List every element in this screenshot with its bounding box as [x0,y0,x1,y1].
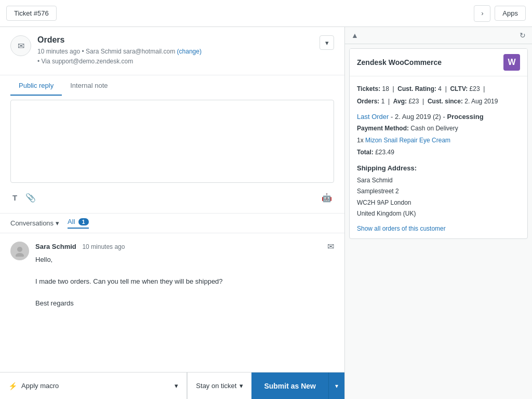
cust-since-value: 2. Aug 2019 [464,98,498,105]
all-tab-label: All [68,218,75,225]
avg-label: Avg: [393,98,407,105]
ticket-meta: 10 minutes ago • Sara Schmid sara@hotmai… [37,47,313,66]
message-header: Sara Schmid 10 minutes ago ✉ [35,242,334,251]
apps-button[interactable]: Apps [495,6,526,21]
stay-on-ticket-label: Stay on ticket [196,382,236,390]
ticket-change-link[interactable]: (change) [177,48,202,55]
stay-on-ticket-button[interactable]: Stay on ticket ▾ [187,373,251,399]
stay-on-ticket-chevron-icon: ▾ [240,382,243,390]
all-tab-badge: 1 [78,218,89,225]
tab-internal-note[interactable]: Internal note [62,75,116,96]
ticket-info: Orders 10 minutes ago • Sara Schmid sara… [37,35,313,66]
refresh-button[interactable]: ↻ [520,31,526,39]
svg-point-0 [17,247,22,252]
payment-method-value: Cash on Delivery [410,125,458,132]
all-tab[interactable]: All 1 [68,218,89,229]
last-order-separator: - [391,113,395,121]
cust-since-label: Cust. since: [428,98,463,105]
last-order-section: Last Order - 2. Aug 2019 (2) - Processin… [357,113,520,158]
ticket-author: Sara Schmid [86,48,122,55]
reply-toolbar: T 📎 🤖 [10,189,334,207]
ticket-separator1: • [82,48,86,55]
widget-body: Tickets: 18 | Cust. Rating: 4 | CLTV: £2… [350,76,527,238]
shipping-address: Sara Schmid Samplestreet 2 WC2H 9AP Lond… [357,175,520,220]
apply-macro-button[interactable]: ⚡ Apply macro ▾ [0,373,187,399]
shipping-section: Shipping Address: Sara Schmid Samplestre… [357,164,520,232]
message-author: Sara Schmid [35,243,76,250]
shipping-postcode-city: WC2H 9AP London [357,197,520,209]
orders-value: 1 [381,98,385,105]
widget-header: Zendesk WooCommerce W [350,49,527,76]
payment-method-label: Payment Method: [357,125,409,132]
macro-lightning-icon: ⚡ [8,382,17,390]
main-container: ✉ Orders 10 minutes ago • Sara Schmid sa… [0,27,532,399]
message-body: Hello, I made two orders. Can you tell m… [35,255,334,309]
shipping-address-label: Shipping Address: [357,164,520,172]
reply-area: Public reply Internal note T 📎 🤖 [0,75,344,214]
total-label: Total: [357,149,374,156]
orders-label: Orders: [357,98,379,105]
total-value: £23.49 [375,149,394,156]
message-line1: Hello, [35,255,334,265]
product-detail: 1x Mizon Snail Repair Eye Cream [357,136,520,145]
ticket-title: Orders [37,35,313,45]
product-name-link[interactable]: Mizon Snail Repair Eye Cream [365,137,450,144]
cltv-label: CLTV: [450,85,468,92]
tickets-label: Tickets: [357,85,380,92]
ticket-channel-icon: ✉ [10,35,31,56]
widget-logo: W [503,54,520,71]
message-list: Sara Schmid 10 minutes ago ✉ Hello, I ma… [0,233,344,372]
left-panel: ✉ Orders 10 minutes ago • Sara Schmid sa… [0,27,345,399]
message-author-time: Sara Schmid 10 minutes ago [35,243,125,250]
nav-forward-button[interactable]: › [474,5,490,22]
ticket-via: Via support@demo.zendesk.com [42,58,134,65]
ticket-time: 10 minutes ago [37,48,80,55]
svg-point-1 [16,253,24,257]
product-qty: 1x [357,137,364,144]
message-item: Sara Schmid 10 minutes ago ✉ Hello, I ma… [10,242,334,309]
last-order-link[interactable]: Last Order [357,113,389,121]
last-order-title: Last Order - 2. Aug 2019 (2) - Processin… [357,113,520,121]
apply-macro-label: Apply macro [21,382,59,390]
right-panel: ▲ ↻ Zendesk WooCommerce W Tickets: 18 | … [345,27,532,399]
cust-rating-value: 4 [438,85,442,92]
top-bar-right: › Apps [474,5,526,22]
message-content: Sara Schmid 10 minutes ago ✉ Hello, I ma… [35,242,334,309]
reply-toolbar-left: T 📎 [10,191,38,205]
right-panel-top: ▲ ↻ [345,27,532,44]
reply-editor[interactable] [10,100,334,183]
message-channel-icon: ✉ [327,242,334,251]
message-line2: I made two orders. Can you tell me when … [35,276,334,287]
show-all-orders-link[interactable]: Show all orders of this customer [357,225,520,232]
last-order-date: 2. Aug 2019 (2) [395,113,441,121]
submit-button[interactable]: Submit as New [251,373,328,399]
conversations-chevron-icon: ▾ [56,219,59,227]
top-bar: Ticket #576 › Apps [0,0,532,27]
avg-value: £23 [408,98,419,105]
conversations-label: Conversations [10,219,54,227]
widget-stats: Tickets: 18 | Cust. Rating: 4 | CLTV: £2… [357,83,520,108]
shipping-street: Samplestreet 2 [357,186,520,197]
cltv-value: £23 [470,85,480,92]
tab-public-reply[interactable]: Public reply [10,75,62,96]
payment-method-detail: Payment Method: Cash on Delivery [357,124,520,134]
shipping-country: United Kingdom (UK) [357,208,520,220]
total-detail: Total: £23.49 [357,148,520,157]
tickets-value: 18 [382,85,389,92]
collapse-button[interactable]: ▲ [351,31,358,39]
ai-button[interactable]: 🤖 [320,191,334,205]
submit-dropdown-button[interactable]: ▾ [328,373,344,399]
attach-button[interactable]: 📎 [23,191,38,205]
ticket-header: ✉ Orders 10 minutes ago • Sara Schmid sa… [0,27,344,75]
cust-rating-label: Cust. Rating: [397,85,436,92]
ticket-separator2: • [37,58,42,65]
shipping-name: Sara Schmid [357,175,520,187]
reply-tabs: Public reply Internal note [10,75,334,96]
woocommerce-widget: Zendesk WooCommerce W Tickets: 18 | Cust… [349,48,528,239]
text-format-button[interactable]: T [10,191,19,204]
ticket-options-button[interactable]: ▾ [320,35,334,50]
ticket-tab[interactable]: Ticket #576 [6,6,57,21]
bottom-bar: ⚡ Apply macro ▾ Stay on ticket ▾ Submit … [0,372,344,399]
conversations-filter[interactable]: Conversations ▾ [10,219,59,227]
bottom-right: Stay on ticket ▾ Submit as New ▾ [187,373,344,399]
